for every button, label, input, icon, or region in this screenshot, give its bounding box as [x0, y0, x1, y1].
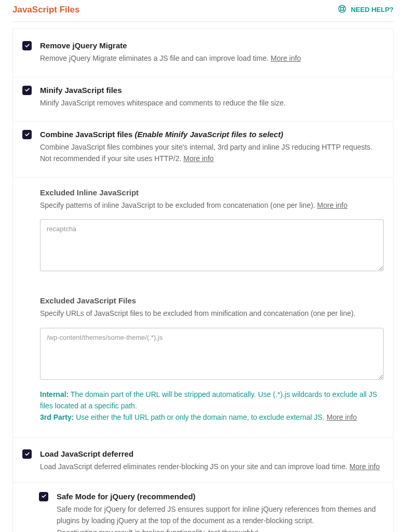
note-internal-label: Internal:	[40, 390, 69, 398]
svg-line-4	[340, 10, 341, 11]
option-load-js-deferred: Load JavaScript deferred Load JavaScript…	[13, 438, 393, 483]
more-info-link[interactable]: More info	[327, 413, 357, 421]
option-safe-mode-jquery: Safe Mode for jQuery (recommended) Safe …	[13, 483, 393, 532]
section-header: JavaScript Files NEED HELP?	[12, 2, 394, 22]
option-title: Minify JavaScript files	[40, 86, 384, 95]
svg-point-1	[341, 7, 344, 10]
svg-line-5	[343, 10, 344, 11]
help-label: NEED HELP?	[351, 6, 394, 14]
option-title: Safe Mode for jQuery (recommended)	[57, 492, 384, 501]
excluded-inline-textarea[interactable]	[40, 219, 384, 271]
help-button[interactable]: NEED HELP?	[337, 4, 394, 15]
excluded-files-note: Internal: The domain part of the URL wil…	[40, 389, 384, 423]
more-info-link[interactable]: More info	[183, 154, 213, 163]
check-icon	[24, 87, 31, 94]
excluded-files-textarea[interactable]	[40, 328, 384, 380]
option-remove-jquery-migrate: Remove jQuery Migrate Remove jQuery Migr…	[13, 38, 393, 77]
help-icon	[337, 4, 347, 15]
settings-panel: Remove jQuery Migrate Remove jQuery Migr…	[12, 28, 394, 532]
option-combine-js: Combine JavaScript files (Enable Minify …	[13, 122, 393, 177]
more-info-link[interactable]: More info	[317, 201, 347, 209]
checkbox-minify-js[interactable]	[22, 86, 32, 95]
check-icon	[40, 493, 47, 500]
checkbox-combine-js[interactable]	[22, 130, 32, 139]
option-description: Combine JavaScript files combines your s…	[40, 142, 384, 164]
checkbox-remove-jquery-migrate[interactable]	[22, 41, 32, 50]
more-info-link[interactable]: More info	[349, 462, 380, 471]
more-info-link[interactable]: More info	[270, 54, 301, 62]
option-hint: (Enable Minify JavaScript files to selec…	[135, 130, 283, 139]
check-icon	[24, 451, 31, 458]
option-title: Load JavaScript deferred	[40, 449, 384, 458]
option-description: Safe mode for jQuery for deferred JS ens…	[57, 504, 384, 526]
section-title: JavaScript Files	[12, 5, 79, 15]
option-title: Remove jQuery Migrate	[40, 41, 384, 50]
check-icon	[24, 43, 31, 49]
option-title: Combine JavaScript files (Enable Minify …	[40, 130, 384, 139]
check-icon	[24, 131, 31, 138]
sub-section-description: Specify URLs of JavaScript files to be e…	[40, 308, 384, 320]
sub-section-title: Excluded JavaScript Files	[40, 296, 384, 305]
option-description: Remove jQuery Migrate eliminates a JS fi…	[40, 53, 384, 64]
option-warning: Deactivating may result in broken functi…	[57, 528, 384, 532]
section-excluded-js-files: Excluded JavaScript Files Specify URLs o…	[13, 286, 393, 438]
checkbox-safe-mode-jquery[interactable]	[39, 492, 48, 501]
option-minify-js: Minify JavaScript files Minify JavaScrip…	[13, 77, 393, 122]
checkbox-load-js-deferred[interactable]	[22, 449, 32, 459]
option-description: Load JavaScript deferred eliminates rend…	[40, 461, 384, 473]
sub-section-title: Excluded Inline JavaScript	[40, 188, 384, 197]
sub-section-description: Specify patterns of inline JavaScript to…	[40, 200, 384, 211]
svg-line-2	[340, 6, 341, 7]
note-3rd-party-label: 3rd Party:	[40, 413, 74, 421]
option-description: Minify JavaScript removes whitespace and…	[40, 98, 384, 109]
svg-line-3	[343, 6, 344, 7]
section-excluded-inline-js: Excluded Inline JavaScript Specify patte…	[13, 178, 393, 286]
